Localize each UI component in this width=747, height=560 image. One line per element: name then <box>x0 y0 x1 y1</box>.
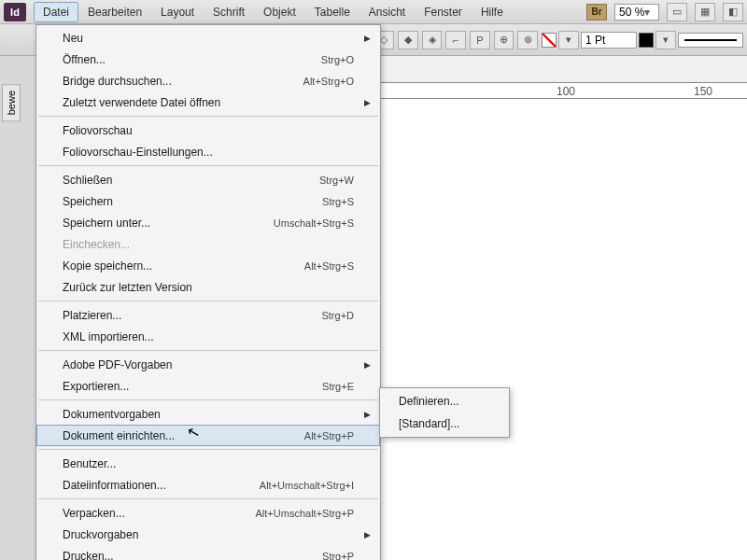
screen-mode-icon[interactable]: ▭ <box>667 3 687 21</box>
menu-item-speichern-unter[interactable]: Speichern unter...Umschalt+Strg+S <box>36 212 380 233</box>
menu-tabelle[interactable]: Tabelle <box>305 2 359 22</box>
anchor-icon-1[interactable]: ⊕ <box>494 31 514 49</box>
menu-item-label: Benutzer... <box>63 457 354 470</box>
document-presets-submenu: Definieren...[Standard]... <box>379 387 510 438</box>
menu-hilfe[interactable]: Hilfe <box>472 2 513 22</box>
ruler-mark: 150 <box>694 85 712 98</box>
menu-ansicht[interactable]: Ansicht <box>359 2 415 22</box>
menu-shortcut: Alt+Strg+P <box>304 430 354 441</box>
menu-item-label: Kopie speichern... <box>63 259 304 273</box>
stroke-style-field[interactable] <box>678 33 743 48</box>
menu-item-label: Schließen <box>63 174 319 187</box>
p-icon[interactable]: P <box>470 31 490 49</box>
menu-shortcut: Strg+S <box>322 196 354 207</box>
menu-item-exportieren[interactable]: Exportieren...Strg+E <box>36 375 380 397</box>
stroke-swatch-black[interactable] <box>639 33 654 48</box>
menu-item-label: Zurück zur letzten Version <box>63 281 354 294</box>
zoom-field[interactable]: 50 %▾ <box>614 4 659 21</box>
panel-tab[interactable]: bewe <box>2 84 21 121</box>
menu-item-label: Foliovorschau <box>63 124 354 137</box>
submenu-label: [Standard]... <box>399 417 490 430</box>
menu-item-label: Dokumentvorgaben <box>63 408 354 421</box>
menu-item-einchecken: Einchecken... <box>36 233 380 255</box>
submenu-label: Definieren... <box>399 395 490 408</box>
anchor-icon-2[interactable]: ⊗ <box>517 31 538 49</box>
menu-fenster[interactable]: Fenster <box>415 2 472 22</box>
menu-layout[interactable]: Layout <box>151 2 204 22</box>
menu-item-kopie-speichern[interactable]: Kopie speichern...Alt+Strg+S <box>36 255 380 276</box>
menu-item-dokument-einrichten[interactable]: Dokument einrichten...Alt+Strg+P <box>36 425 380 446</box>
menu-item-bridge-durchsuchen[interactable]: Bridge durchsuchen...Alt+Strg+O <box>36 70 380 91</box>
arrange-icon[interactable]: ▦ <box>695 3 715 21</box>
menu-shortcut: Strg+E <box>322 381 354 392</box>
menu-item-label: Adobe PDF-Vorgaben <box>63 358 354 371</box>
submenu-arrow-icon: ▶ <box>364 410 371 419</box>
menu-item-label: Drucken... <box>63 550 322 561</box>
menu-shortcut: Alt+Strg+O <box>303 76 354 87</box>
menu-shortcut: Strg+W <box>319 175 354 186</box>
menu-item-zuletzt-verwendete-datei-ffnen[interactable]: Zuletzt verwendete Datei öffnen▶ <box>36 91 380 113</box>
menu-item-adobe-pdf-vorgaben[interactable]: Adobe PDF-Vorgaben▶ <box>36 354 380 375</box>
menu-shortcut: Strg+P <box>322 551 354 561</box>
menu-schrift[interactable]: Schrift <box>204 2 254 22</box>
view-options-icon[interactable]: ◧ <box>723 3 743 21</box>
menu-shortcut: Umschalt+Strg+S <box>274 217 354 229</box>
menu-item-foliovorschau[interactable]: Foliovorschau <box>36 119 380 141</box>
menu-item-label: Bridge durchsuchen... <box>63 75 303 88</box>
menu-item-platzieren[interactable]: Platzieren...Strg+D <box>36 304 380 326</box>
menu-item-zur-ck-zur-letzten-version[interactable]: Zurück zur letzten Version <box>36 276 380 298</box>
menu-item-dateiinformationen[interactable]: Dateiinformationen...Alt+Umschalt+Strg+I <box>36 474 380 496</box>
ruler-mark: 100 <box>557 85 575 98</box>
menu-item-benutzer[interactable]: Benutzer... <box>36 453 380 474</box>
corner-icon[interactable]: ⌐ <box>445 31 466 49</box>
menu-separator <box>38 449 378 450</box>
menu-item-label: Neu <box>63 32 354 45</box>
submenu-arrow-icon: ▶ <box>364 530 371 539</box>
menu-item-druckvorgaben[interactable]: Druckvorgaben▶ <box>36 524 380 545</box>
menu-item-dokumentvorgaben[interactable]: Dokumentvorgaben▶ <box>36 403 380 425</box>
menu-item-drucken[interactable]: Drucken...Strg+P <box>36 545 380 560</box>
menu-item-foliovorschau-einstellungen[interactable]: Foliovorschau-Einstellungen... <box>36 141 380 162</box>
bridge-badge[interactable]: Br <box>586 4 607 21</box>
menu-item-speichern[interactable]: SpeichernStrg+S <box>36 190 380 212</box>
wrap-icon-3[interactable]: ◈ <box>422 31 443 49</box>
menu-shortcut: Alt+Umschalt+Strg+I <box>260 480 354 491</box>
menu-item-label: Foliovorschau-Einstellungen... <box>63 146 354 159</box>
menu-item-schlie-en[interactable]: SchließenStrg+W <box>36 169 380 190</box>
stroke-weight-field[interactable]: 1 Pt <box>581 32 637 49</box>
file-menu-dropdown: Neu▶Öffnen...Strg+OBridge durchsuchen...… <box>35 24 381 560</box>
menu-separator <box>38 301 378 301</box>
menu-item-xml-importieren[interactable]: XML importieren... <box>36 326 380 347</box>
menu-item-neu[interactable]: Neu▶ <box>36 27 380 49</box>
menu-separator <box>38 165 378 166</box>
wrap-icon-2[interactable]: ◆ <box>398 31 418 49</box>
menu-item-label: Druckvorgaben <box>63 528 354 541</box>
menu-separator <box>38 498 378 499</box>
menu-separator <box>38 350 378 351</box>
menu-item-label: Speichern unter... <box>63 217 274 230</box>
submenu-arrow-icon: ▶ <box>364 98 371 107</box>
menu-shortcut: Strg+D <box>321 310 354 321</box>
submenu-arrow-icon: ▶ <box>364 34 371 43</box>
fill-dd-icon[interactable]: ▾ <box>558 31 579 49</box>
menu-item-ffnen[interactable]: Öffnen...Strg+O <box>36 49 380 70</box>
menu-shortcut: Alt+Strg+S <box>304 260 354 272</box>
menu-bearbeiten[interactable]: Bearbeiten <box>78 2 151 22</box>
menu-separator <box>38 116 378 117</box>
menu-item-label: Verpacken... <box>63 507 256 520</box>
menu-item-verpacken[interactable]: Verpacken...Alt+Umschalt+Strg+P <box>36 502 380 524</box>
submenu-item-definieren[interactable]: Definieren... <box>380 390 509 413</box>
fill-swatch-none[interactable] <box>542 33 557 48</box>
menu-item-label: Exportieren... <box>63 380 322 393</box>
menubar: Id DateiBearbeitenLayoutSchriftObjektTab… <box>0 0 747 24</box>
menu-item-label: Dokument einrichten... <box>63 429 304 442</box>
menu-item-label: Speichern <box>63 195 322 208</box>
menu-item-label: Zuletzt verwendete Datei öffnen <box>63 96 354 109</box>
menu-objekt[interactable]: Objekt <box>254 2 305 22</box>
stroke-dd-icon[interactable]: ▾ <box>655 31 676 49</box>
menu-item-label: Platzieren... <box>63 309 321 322</box>
menu-shortcut: Strg+O <box>321 54 354 65</box>
menu-datei[interactable]: Datei <box>34 2 78 22</box>
submenu-item-standard[interactable]: [Standard]... <box>380 413 509 435</box>
menu-item-label: Öffnen... <box>63 53 321 66</box>
